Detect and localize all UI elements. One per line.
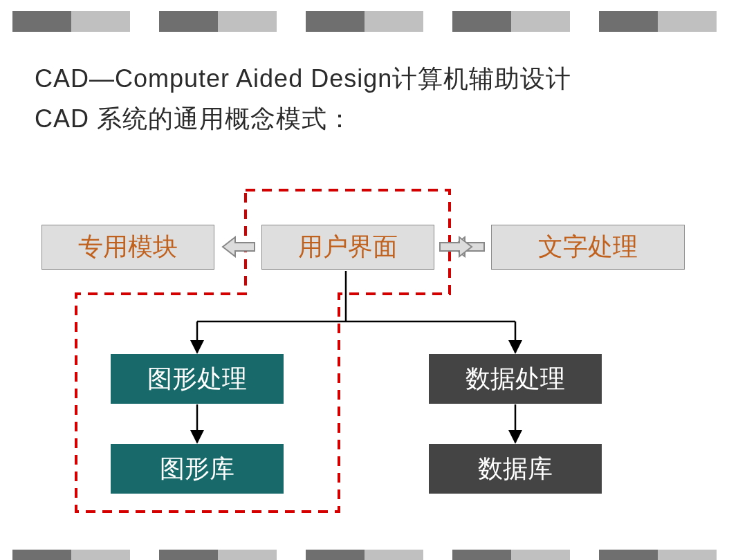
edge-bar-top-1	[12, 11, 130, 32]
box-special-module: 专用模块	[42, 225, 214, 270]
box-graphic-processing-label: 图形处理	[147, 362, 247, 396]
box-graphic-processing: 图形处理	[111, 354, 284, 404]
box-data-processing-label: 数据处理	[465, 362, 565, 396]
edge-bar-bottom-3	[306, 550, 423, 560]
edge-bar-bottom-1	[12, 550, 130, 560]
box-special-module-label: 专用模块	[78, 230, 178, 264]
box-text-processing: 文字处理	[491, 225, 685, 270]
box-graphic-library: 图形库	[111, 444, 284, 494]
edge-bar-bottom-4	[452, 550, 570, 560]
edge-bar-bottom-2	[159, 550, 277, 560]
edge-bar-top-4	[452, 11, 570, 32]
title-block: CAD—Computer Aided Design计算机辅助设计 CAD 系统的…	[35, 59, 571, 138]
title-line-1: CAD—Computer Aided Design计算机辅助设计	[35, 59, 571, 99]
box-user-interface-label: 用户界面	[298, 230, 398, 264]
box-database: 数据库	[429, 444, 602, 494]
edge-bar-bottom-5	[599, 550, 717, 560]
box-data-processing: 数据处理	[429, 354, 602, 404]
double-arrow-right-icon	[452, 237, 484, 256]
edge-bar-top-2	[159, 11, 277, 32]
title-line-2: CAD 系统的通用概念模式：	[35, 99, 571, 139]
double-arrow-left-icon	[223, 237, 255, 256]
box-text-processing-label: 文字处理	[538, 230, 638, 264]
box-graphic-library-label: 图形库	[160, 452, 234, 486]
edge-bar-top-5	[599, 11, 717, 32]
box-database-label: 数据库	[478, 452, 553, 486]
edge-bar-top-3	[306, 11, 423, 32]
arrow-right-icon	[440, 237, 472, 256]
box-user-interface: 用户界面	[261, 225, 434, 270]
